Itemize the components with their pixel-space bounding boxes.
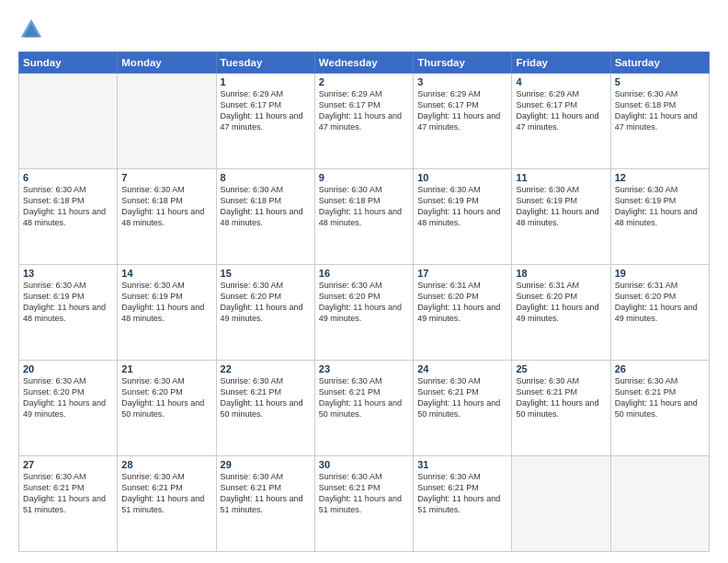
day-number: 6 — [23, 172, 113, 183]
day-number: 10 — [417, 172, 507, 183]
calendar-cell: 4Sunrise: 6:29 AM Sunset: 6:17 PM Daylig… — [512, 74, 610, 169]
day-info: Sunrise: 6:30 AM Sunset: 6:19 PM Dayligh… — [121, 280, 211, 325]
day-info: Sunrise: 6:30 AM Sunset: 6:20 PM Dayligh… — [121, 375, 211, 420]
calendar-cell: 16Sunrise: 6:30 AM Sunset: 6:20 PM Dayli… — [314, 265, 413, 361]
calendar-cell: 14Sunrise: 6:30 AM Sunset: 6:19 PM Dayli… — [118, 265, 216, 361]
calendar-cell: 18Sunrise: 6:31 AM Sunset: 6:20 PM Dayli… — [512, 265, 610, 361]
day-number: 13 — [23, 268, 113, 279]
calendar-week-row: 6Sunrise: 6:30 AM Sunset: 6:18 PM Daylig… — [19, 169, 710, 265]
calendar-cell — [512, 456, 610, 552]
calendar-cell: 12Sunrise: 6:30 AM Sunset: 6:19 PM Dayli… — [610, 169, 709, 265]
calendar-cell: 3Sunrise: 6:29 AM Sunset: 6:17 PM Daylig… — [414, 74, 512, 169]
day-info: Sunrise: 6:30 AM Sunset: 6:21 PM Dayligh… — [121, 471, 211, 516]
day-info: Sunrise: 6:30 AM Sunset: 6:19 PM Dayligh… — [516, 184, 606, 229]
weekday-header: Friday — [512, 52, 610, 74]
day-info: Sunrise: 6:30 AM Sunset: 6:20 PM Dayligh… — [23, 375, 113, 420]
day-info: Sunrise: 6:30 AM Sunset: 6:21 PM Dayligh… — [417, 375, 507, 420]
calendar-cell: 2Sunrise: 6:29 AM Sunset: 6:17 PM Daylig… — [314, 74, 413, 169]
calendar-cell: 27Sunrise: 6:30 AM Sunset: 6:21 PM Dayli… — [19, 456, 118, 552]
calendar-cell: 8Sunrise: 6:30 AM Sunset: 6:18 PM Daylig… — [216, 169, 314, 265]
calendar-cell — [118, 74, 216, 169]
calendar-week-row: 1Sunrise: 6:29 AM Sunset: 6:17 PM Daylig… — [19, 74, 710, 169]
calendar-week-row: 27Sunrise: 6:30 AM Sunset: 6:21 PM Dayli… — [19, 456, 710, 552]
day-number: 20 — [23, 363, 113, 374]
calendar-cell — [19, 74, 118, 169]
day-number: 24 — [417, 363, 507, 374]
day-number: 19 — [615, 268, 705, 279]
day-number: 4 — [516, 76, 606, 87]
page: SundayMondayTuesdayWednesdayThursdayFrid… — [0, 0, 728, 563]
day-info: Sunrise: 6:30 AM Sunset: 6:21 PM Dayligh… — [417, 471, 507, 516]
day-info: Sunrise: 6:30 AM Sunset: 6:21 PM Dayligh… — [221, 375, 311, 420]
calendar-cell: 10Sunrise: 6:30 AM Sunset: 6:19 PM Dayli… — [414, 169, 512, 265]
calendar-cell: 1Sunrise: 6:29 AM Sunset: 6:17 PM Daylig… — [216, 74, 314, 169]
day-info: Sunrise: 6:30 AM Sunset: 6:21 PM Dayligh… — [516, 375, 606, 420]
weekday-header: Wednesday — [314, 52, 413, 74]
calendar-cell: 26Sunrise: 6:30 AM Sunset: 6:21 PM Dayli… — [610, 361, 709, 456]
day-info: Sunrise: 6:30 AM Sunset: 6:21 PM Dayligh… — [615, 375, 705, 420]
day-info: Sunrise: 6:29 AM Sunset: 6:17 PM Dayligh… — [319, 88, 409, 133]
weekday-header: Thursday — [414, 52, 512, 74]
day-info: Sunrise: 6:30 AM Sunset: 6:18 PM Dayligh… — [319, 184, 409, 229]
day-number: 21 — [121, 363, 211, 374]
day-number: 25 — [516, 363, 606, 374]
day-number: 28 — [121, 459, 211, 470]
day-info: Sunrise: 6:30 AM Sunset: 6:20 PM Dayligh… — [319, 280, 409, 325]
day-info: Sunrise: 6:31 AM Sunset: 6:20 PM Dayligh… — [615, 280, 705, 325]
weekday-header: Sunday — [19, 52, 118, 74]
calendar-header-row: SundayMondayTuesdayWednesdayThursdayFrid… — [19, 52, 710, 74]
day-number: 30 — [319, 459, 409, 470]
calendar-cell: 28Sunrise: 6:30 AM Sunset: 6:21 PM Dayli… — [118, 456, 216, 552]
calendar-cell: 15Sunrise: 6:30 AM Sunset: 6:20 PM Dayli… — [216, 265, 314, 361]
calendar-cell: 5Sunrise: 6:30 AM Sunset: 6:18 PM Daylig… — [610, 74, 709, 169]
day-number: 22 — [221, 363, 311, 374]
day-info: Sunrise: 6:30 AM Sunset: 6:21 PM Dayligh… — [221, 471, 311, 516]
day-number: 18 — [516, 268, 606, 279]
calendar-cell: 23Sunrise: 6:30 AM Sunset: 6:21 PM Dayli… — [314, 361, 413, 456]
day-number: 11 — [516, 172, 606, 183]
day-info: Sunrise: 6:29 AM Sunset: 6:17 PM Dayligh… — [417, 88, 507, 133]
calendar-cell: 29Sunrise: 6:30 AM Sunset: 6:21 PM Dayli… — [216, 456, 314, 552]
day-number: 27 — [23, 459, 113, 470]
day-number: 9 — [319, 172, 409, 183]
day-info: Sunrise: 6:29 AM Sunset: 6:17 PM Dayligh… — [221, 88, 311, 133]
day-number: 17 — [417, 268, 507, 279]
weekday-header: Saturday — [610, 52, 709, 74]
calendar-table: SundayMondayTuesdayWednesdayThursdayFrid… — [18, 52, 710, 552]
day-number: 12 — [615, 172, 705, 183]
day-number: 23 — [319, 363, 409, 374]
weekday-header: Tuesday — [216, 52, 314, 74]
day-number: 7 — [121, 172, 211, 183]
day-number: 5 — [615, 76, 705, 87]
weekday-header: Monday — [118, 52, 216, 74]
calendar-cell: 21Sunrise: 6:30 AM Sunset: 6:20 PM Dayli… — [118, 361, 216, 456]
day-info: Sunrise: 6:30 AM Sunset: 6:21 PM Dayligh… — [319, 471, 409, 516]
day-info: Sunrise: 6:30 AM Sunset: 6:18 PM Dayligh… — [23, 184, 113, 229]
calendar-cell: 24Sunrise: 6:30 AM Sunset: 6:21 PM Dayli… — [414, 361, 512, 456]
day-info: Sunrise: 6:30 AM Sunset: 6:18 PM Dayligh… — [221, 184, 311, 229]
day-info: Sunrise: 6:30 AM Sunset: 6:18 PM Dayligh… — [615, 88, 705, 133]
day-info: Sunrise: 6:29 AM Sunset: 6:17 PM Dayligh… — [516, 88, 606, 133]
day-info: Sunrise: 6:30 AM Sunset: 6:19 PM Dayligh… — [417, 184, 507, 229]
header — [18, 17, 710, 42]
calendar-cell: 7Sunrise: 6:30 AM Sunset: 6:18 PM Daylig… — [118, 169, 216, 265]
calendar-cell: 17Sunrise: 6:31 AM Sunset: 6:20 PM Dayli… — [414, 265, 512, 361]
day-number: 15 — [221, 268, 311, 279]
calendar-cell: 30Sunrise: 6:30 AM Sunset: 6:21 PM Dayli… — [314, 456, 413, 552]
calendar-cell: 11Sunrise: 6:30 AM Sunset: 6:19 PM Dayli… — [512, 169, 610, 265]
logo — [18, 17, 48, 42]
day-number: 26 — [615, 363, 705, 374]
day-number: 31 — [417, 459, 507, 470]
calendar-cell: 22Sunrise: 6:30 AM Sunset: 6:21 PM Dayli… — [216, 361, 314, 456]
day-number: 3 — [417, 76, 507, 87]
day-number: 29 — [221, 459, 311, 470]
calendar-cell: 25Sunrise: 6:30 AM Sunset: 6:21 PM Dayli… — [512, 361, 610, 456]
day-number: 14 — [121, 268, 211, 279]
calendar-cell: 19Sunrise: 6:31 AM Sunset: 6:20 PM Dayli… — [610, 265, 709, 361]
calendar-cell: 13Sunrise: 6:30 AM Sunset: 6:19 PM Dayli… — [19, 265, 118, 361]
calendar-cell: 20Sunrise: 6:30 AM Sunset: 6:20 PM Dayli… — [19, 361, 118, 456]
day-info: Sunrise: 6:30 AM Sunset: 6:20 PM Dayligh… — [221, 280, 311, 325]
calendar-cell: 6Sunrise: 6:30 AM Sunset: 6:18 PM Daylig… — [19, 169, 118, 265]
logo-icon — [18, 17, 44, 42]
day-info: Sunrise: 6:30 AM Sunset: 6:19 PM Dayligh… — [23, 280, 113, 325]
